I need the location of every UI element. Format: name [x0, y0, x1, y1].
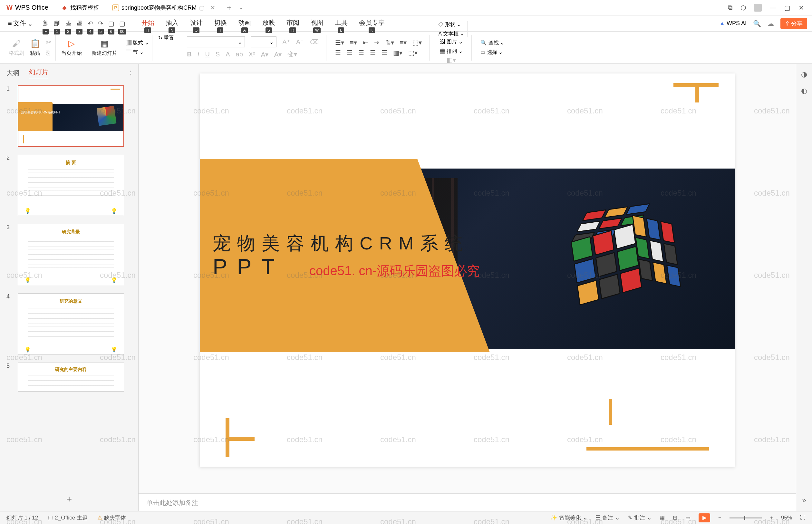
canvas-scroll[interactable]: 宠物美容机构CRM系统 PPT code51. cn-源码乐园盗图必究 [138, 64, 796, 493]
close-tab-icon[interactable]: ✕ [211, 4, 215, 11]
copy-icon[interactable]: ⎘ [46, 49, 52, 57]
slide-thumbnail[interactable]: 2 摘 要 💡 💡 [6, 155, 132, 216]
tab-template[interactable]: ◆ 找稻壳模板 [55, 0, 106, 15]
text-fill-icon[interactable]: A▾ [274, 51, 282, 58]
tab-review[interactable]: 审阅R [286, 18, 299, 28]
window-copy-icon[interactable]: ⧉ [728, 4, 732, 11]
file-menu[interactable]: ≡ 文件 ⌄ [5, 17, 36, 29]
zoom-level[interactable]: 95% [781, 515, 792, 521]
minimize-icon[interactable]: — [770, 4, 776, 11]
close-window-icon[interactable]: ✕ [798, 4, 804, 12]
shape-button[interactable]: ◇ 形状 ⌄ [438, 21, 464, 28]
normal-view-icon[interactable]: ▦ [660, 514, 665, 521]
bullet-list-icon[interactable]: ☰▾ [335, 39, 344, 46]
add-tab-button[interactable]: + [222, 3, 236, 12]
columns-icon[interactable]: ▥▾ [393, 49, 402, 57]
align-justify-icon[interactable]: ☰ [370, 49, 376, 57]
picture-button[interactable]: 🖼 图片 ⌄ [440, 39, 463, 46]
increase-font-icon[interactable]: A⁺ [282, 38, 290, 46]
cloud-icon[interactable]: ☁ [767, 20, 774, 28]
layout-button[interactable]: ▦ 版式 ⌄ [126, 39, 149, 46]
smart-beautify-button[interactable]: ✨智能美化 ⌄ [550, 514, 587, 521]
decrease-indent-icon[interactable]: ⇤ [363, 39, 368, 46]
find-button[interactable]: 🔍 查找 ⌄ [480, 39, 504, 46]
strikethrough-icon[interactable]: S [216, 51, 220, 58]
notes-input[interactable]: 单击此处添加备注 [138, 493, 796, 511]
undo-icon[interactable]: ↶ [88, 20, 93, 28]
zoom-slider[interactable] [730, 517, 762, 519]
clear-format-icon[interactable]: ⌫ [310, 38, 319, 46]
missing-font-warning[interactable]: ⚠缺失字体 [97, 514, 126, 521]
fill-icon[interactable]: ◧▾ [447, 56, 456, 64]
slide-thumbnail[interactable]: 1 宠物美容机构CRM系统PPT [6, 85, 132, 147]
reset-button[interactable]: ↻ 重置 [158, 35, 174, 42]
reading-view-icon[interactable]: ▭ [685, 514, 691, 521]
select-button[interactable]: ▭ 选择 ⌄ [480, 49, 504, 56]
tab-view[interactable]: 视图W [311, 18, 324, 28]
comments-toggle[interactable]: ✎批注 ⌄ [628, 514, 651, 521]
print-preview-icon[interactable]: 🖶 [76, 20, 83, 27]
align-center-icon[interactable]: ☰ [347, 49, 352, 57]
align-top-icon[interactable]: ⬚▾ [412, 39, 422, 46]
tab-member[interactable]: 会员专享K [359, 18, 385, 28]
slide-thumbnail[interactable]: 4 研究的意义 💡 💡 [6, 293, 132, 355]
format-brush-button[interactable]: 🖌格式刷 [9, 39, 24, 57]
app-logo[interactable]: W WPS Office [0, 4, 55, 11]
new-slide-button[interactable]: ▦新建幻灯片 [92, 39, 117, 57]
theme-indicator[interactable]: ⬚2_Office 主题 [48, 514, 88, 521]
tab-slideshow[interactable]: 放映S [262, 18, 275, 28]
user-avatar-icon[interactable] [754, 4, 762, 12]
cut-icon[interactable]: ✂ [46, 38, 52, 46]
slides-tab[interactable]: 幻灯片 [29, 68, 48, 78]
slideshow-button[interactable]: ▶ [699, 513, 710, 522]
maximize-icon[interactable]: ▢ [784, 4, 791, 12]
increase-indent-icon[interactable]: ⇥ [374, 39, 380, 46]
paste-button[interactable]: 📋粘贴 [30, 39, 40, 57]
wps-ai-button[interactable]: ▲ WPS AI [719, 20, 747, 27]
tab-start[interactable]: 开始H [142, 18, 154, 28]
underline-icon[interactable]: U [205, 51, 210, 58]
search-icon[interactable]: 🔍 [753, 20, 761, 28]
section-button[interactable]: ▤ 节 ⌄ [126, 49, 149, 56]
bold-icon[interactable]: B [187, 51, 192, 58]
decrease-font-icon[interactable]: A⁻ [296, 38, 304, 46]
sorter-view-icon[interactable]: ⊞ [673, 514, 677, 521]
presentation-mode-icon[interactable]: ▢ [199, 4, 204, 11]
redo-icon[interactable]: ↷ [98, 20, 103, 28]
pinyin-icon[interactable]: 变▾ [287, 50, 297, 59]
number-list-icon[interactable]: ≡▾ [350, 39, 357, 46]
zoom-out-icon[interactable]: − [718, 515, 722, 521]
slide-thumbnail[interactable]: 5 研究的主要内容 [6, 362, 132, 392]
tab-insert[interactable]: 插入N [166, 18, 179, 28]
highlight-icon[interactable]: ab [236, 51, 243, 58]
tab-transition[interactable]: 切换T [214, 18, 227, 28]
slide-thumbnail[interactable]: 3 研究背景 💡 💡 [6, 224, 132, 285]
tab-menu-icon[interactable]: ⌄ [239, 4, 243, 11]
save-as-icon[interactable]: 🗐 [54, 20, 60, 27]
textbox-button[interactable]: A 文本框 ⌄ [438, 31, 464, 37]
tab-tools[interactable]: 工具L [335, 18, 348, 28]
rail-icon[interactable]: ◑ [801, 70, 807, 79]
tab-animation[interactable]: 动画A [238, 18, 251, 28]
smartart-icon[interactable]: ⬚▾ [408, 49, 418, 57]
tab-document[interactable]: P springboot宠物美容机构CRM ▢ ✕ [106, 0, 222, 15]
zoom-in-icon[interactable]: + [770, 515, 773, 521]
arrange-button[interactable]: ▦ 排列 ⌄ [440, 48, 463, 55]
slide-canvas[interactable]: 宠物美容机构CRM系统 PPT code51. cn-源码乐园盗图必究 [200, 73, 735, 466]
notes-toggle[interactable]: ☰备注 ⌄ [595, 514, 620, 521]
text-direction-icon[interactable]: ⇅▾ [385, 39, 394, 46]
align-right-icon[interactable]: ☰ [358, 49, 364, 57]
rail-icon[interactable]: ◐ [801, 87, 807, 95]
outline-tab[interactable]: 大纲 [6, 69, 19, 77]
quick-icon[interactable]: ▢ [108, 20, 114, 28]
line-spacing-icon[interactable]: ≡▾ [400, 39, 407, 46]
superscript-icon[interactable]: X² [249, 51, 255, 58]
text-effect-icon[interactable]: A [226, 51, 230, 58]
play-from-current-button[interactable]: ▷当页开始 [61, 39, 82, 57]
tab-design[interactable]: 设计G [190, 18, 203, 28]
add-slide-button[interactable]: + [0, 487, 138, 511]
font-size-combo[interactable]: ⌄ [251, 36, 277, 47]
font-color-icon[interactable]: A▾ [261, 51, 268, 58]
print-icon[interactable]: 🖶 [65, 20, 71, 27]
italic-icon[interactable]: I [198, 51, 199, 58]
